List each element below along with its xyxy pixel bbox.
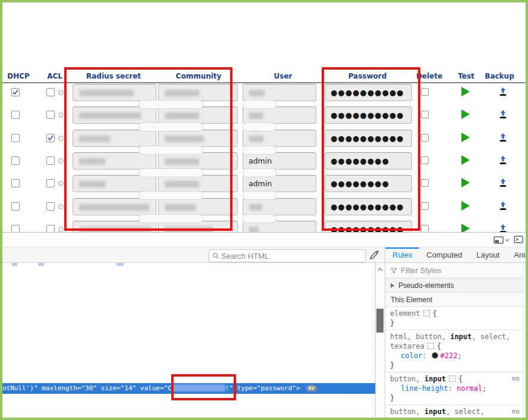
- event-badge[interactable]: ev: [306, 385, 317, 391]
- dhcp-checkbox[interactable]: [11, 202, 20, 211]
- acl-checkbox[interactable]: [46, 179, 55, 187]
- backup-upload-button[interactable]: [498, 178, 508, 190]
- delete-checkbox[interactable]: [421, 88, 429, 96]
- stylesheet-source-link[interactable]: no: [512, 407, 520, 416]
- redacted-text: [165, 181, 199, 187]
- dhcp-checkbox[interactable]: [11, 111, 20, 119]
- user-field[interactable]: [243, 198, 316, 215]
- gear-icon[interactable]: [57, 87, 65, 99]
- scrollbar-thumb[interactable]: [376, 309, 384, 333]
- selected-node-line[interactable]: otNull')" maxlength="30" size="14" value…: [0, 383, 375, 394]
- pseudo-elements-header[interactable]: Pseudo-elements: [385, 278, 524, 293]
- delete-checkbox[interactable]: [421, 134, 429, 142]
- search-html-input[interactable]: [221, 252, 365, 261]
- gear-icon[interactable]: [57, 110, 65, 121]
- gear-icon[interactable]: [57, 133, 65, 145]
- acl-checkbox[interactable]: [46, 88, 55, 96]
- radius-secret-field[interactable]: [73, 106, 156, 124]
- css-token: input: [425, 408, 446, 416]
- password-field[interactable]: ●●●●●●●●●●: [325, 84, 412, 101]
- community-field[interactable]: [158, 198, 238, 215]
- user-field[interactable]: [243, 84, 316, 101]
- redacted-text: [165, 112, 199, 119]
- highlighter-target-icon[interactable]: [423, 310, 430, 316]
- user-field[interactable]: [243, 130, 316, 147]
- community-field[interactable]: [158, 130, 238, 147]
- test-play-button[interactable]: [461, 109, 470, 119]
- backup-upload-button[interactable]: [498, 109, 508, 121]
- password-field[interactable]: ●●●●●●●●: [325, 152, 412, 170]
- column-header-user: User: [274, 72, 293, 80]
- stylesheet-source-link[interactable]: no: [512, 374, 520, 384]
- tab-animations[interactable]: Animations: [507, 247, 526, 263]
- user-field[interactable]: [243, 106, 316, 124]
- redacted-password-value: [172, 384, 225, 391]
- backup-upload-button[interactable]: [498, 133, 508, 145]
- test-play-button[interactable]: [461, 201, 470, 211]
- password-field[interactable]: ●●●●●●●●●●: [325, 130, 412, 147]
- css-token: , select,: [472, 333, 510, 341]
- gear-icon[interactable]: [57, 156, 65, 167]
- split-console-icon[interactable]: [514, 234, 523, 246]
- delete-checkbox[interactable]: [421, 156, 429, 164]
- blur-ghost: [139, 191, 203, 200]
- rules-panel: Filter Styles Pseudo-elements This Eleme…: [385, 263, 528, 420]
- redacted-text: [165, 90, 199, 96]
- community-field[interactable]: [158, 84, 238, 101]
- markup-view[interactable]: otNull')" maxlength="30" size="14" value…: [0, 263, 384, 420]
- redacted-text: [249, 90, 265, 96]
- radius-secret-field[interactable]: [73, 84, 156, 101]
- password-field[interactable]: ●●●●●●●●: [325, 175, 412, 192]
- scroll-up-arrow-icon[interactable]: [376, 264, 384, 271]
- user-field[interactable]: admin: [243, 175, 316, 192]
- test-play-button[interactable]: [461, 87, 470, 96]
- tab-layout[interactable]: Layout: [469, 247, 507, 263]
- user-field[interactable]: admin: [243, 152, 316, 170]
- delete-checkbox[interactable]: [421, 202, 429, 210]
- rules-scrollbar-track[interactable]: [523, 263, 528, 420]
- acl-checkbox[interactable]: [46, 111, 55, 119]
- radius-secret-field[interactable]: [73, 130, 156, 147]
- acl-checkbox[interactable]: [46, 134, 55, 142]
- filter-styles-input[interactable]: Filter Styles: [385, 263, 524, 278]
- color-swatch[interactable]: [432, 352, 438, 359]
- dhcp-checkbox[interactable]: [11, 156, 20, 165]
- community-field[interactable]: [158, 175, 238, 192]
- highlighter-target-icon[interactable]: [449, 375, 455, 382]
- password-field[interactable]: ●●●●●●●●●●: [325, 106, 412, 124]
- backup-upload-button[interactable]: [498, 87, 508, 99]
- gear-icon[interactable]: [57, 178, 65, 190]
- dock-side-icon[interactable]: [494, 236, 510, 244]
- user-value: admin: [243, 153, 316, 170]
- acl-checkbox[interactable]: [46, 156, 55, 165]
- tab-rules[interactable]: Rules: [385, 247, 419, 263]
- gear-icon[interactable]: [57, 202, 65, 213]
- test-play-button[interactable]: [461, 178, 470, 187]
- dhcp-checkbox[interactable]: [11, 134, 20, 142]
- password-field[interactable]: ●●●●●●●●●●: [325, 198, 412, 215]
- search-html-box[interactable]: [209, 249, 366, 262]
- dhcp-checkbox[interactable]: [11, 179, 20, 187]
- radius-secret-field[interactable]: [73, 175, 156, 192]
- password-dots: ●●●●●●●●: [325, 153, 411, 170]
- delete-checkbox[interactable]: [421, 179, 429, 187]
- dhcp-checkbox[interactable]: [11, 88, 20, 96]
- edit-pencil-icon[interactable]: [368, 249, 380, 261]
- acl-checkbox[interactable]: [46, 202, 55, 211]
- column-header-radius-secret: Radius secret: [86, 72, 141, 80]
- search-icon: [212, 252, 219, 259]
- backup-upload-button[interactable]: [498, 201, 508, 213]
- backup-upload-button[interactable]: [498, 155, 508, 167]
- community-field[interactable]: [158, 106, 238, 124]
- test-play-button[interactable]: [461, 133, 470, 142]
- css-token: , select,: [446, 408, 485, 416]
- delete-checkbox[interactable]: [421, 111, 429, 118]
- highlighter-target-icon[interactable]: [428, 418, 434, 420]
- markup-scrollbar[interactable]: [375, 263, 384, 420]
- community-field[interactable]: [158, 152, 238, 170]
- radius-secret-field[interactable]: [73, 198, 156, 215]
- test-play-button[interactable]: [461, 155, 470, 165]
- tab-computed[interactable]: Computed: [419, 247, 469, 263]
- highlighter-target-icon[interactable]: [428, 343, 434, 349]
- radius-secret-field[interactable]: [73, 152, 156, 170]
